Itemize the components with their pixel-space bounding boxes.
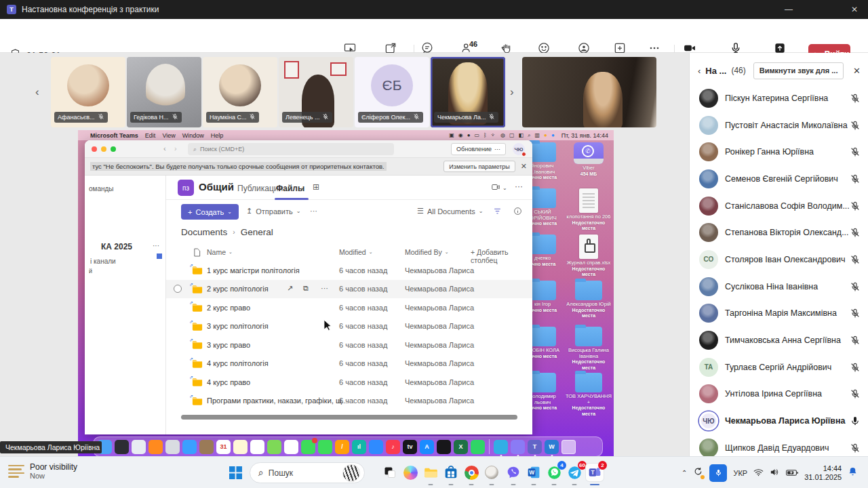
minimize-button[interactable]: — <box>775 0 802 19</box>
file-name[interactable]: Програми практики, накази, графіки, щ... <box>207 396 348 405</box>
teams-menubar-icon[interactable]: ▣ <box>449 132 454 138</box>
sync-icon[interactable] <box>693 466 703 479</box>
file-row-8[interactable]: ⇗ Програми практики, накази, графіки, щ.… <box>166 392 532 411</box>
panel-back-icon[interactable]: ‹ <box>698 66 701 76</box>
dock-notes-icon[interactable] <box>233 440 248 454</box>
file-name[interactable]: 4 курс політологія <box>207 359 269 367</box>
battery-icon[interactable] <box>786 467 798 479</box>
participant-row-11[interactable]: ТАТурлаєв Сергій Андрійович <box>690 354 868 381</box>
wifi-icon[interactable] <box>753 467 764 479</box>
channel-more-icon[interactable]: ··· <box>515 182 523 191</box>
desktop-icon-александров-юрій[interactable]: Александров ЮрійНедостаточно места <box>565 281 612 319</box>
dock-viber-icon[interactable] <box>511 440 525 454</box>
file-row-4[interactable]: ⇗ 3 курс політологія6 часов назад Чекмар… <box>166 317 532 336</box>
file-name[interactable]: 3 курс політологія <box>207 322 269 330</box>
commandbar-more-icon[interactable]: ··· <box>310 207 317 215</box>
taskbar-teams-icon[interactable]: T2 <box>586 464 604 481</box>
mic-off-icon[interactable] <box>850 201 861 211</box>
filmstrip-scroll-right-icon[interactable]: › <box>510 85 514 99</box>
mic-off-icon[interactable] <box>850 174 861 184</box>
participant-row-9[interactable]: Таргоніна Марія Максимівна <box>690 300 868 327</box>
dock-teams-icon[interactable]: T <box>528 440 542 454</box>
dot-blue-menubar-icon[interactable]: ● <box>551 132 555 138</box>
menu-window[interactable]: Window <box>182 132 204 139</box>
dock-mail-icon[interactable] <box>182 440 197 454</box>
file-name[interactable]: 4 курс право <box>207 378 250 386</box>
dock-photos-icon[interactable] <box>284 440 298 454</box>
battery-menubar-icon[interactable]: ▭ <box>475 132 480 138</box>
nav-back-icon[interactable]: ‹ <box>163 144 166 152</box>
dock-pencil-icon[interactable]: / <box>335 440 349 454</box>
participant-row-14[interactable]: Щипков Давід Едуардович <box>690 434 868 456</box>
camera-menubar-icon[interactable]: ◧ <box>518 132 524 138</box>
file-name[interactable]: 3 курс право <box>207 341 250 349</box>
start-button[interactable] <box>226 464 244 481</box>
create-button[interactable]: + Создать ⌄ <box>181 204 239 220</box>
window-menubar-icon[interactable]: ▢ <box>509 132 515 138</box>
notification-bell-icon[interactable] <box>848 466 858 479</box>
volume-icon[interactable] <box>770 467 780 479</box>
menu-edit[interactable]: Edit <box>145 132 156 139</box>
file-row-6[interactable]: ⇗ 4 курс політологія6 часов назад Чекмар… <box>166 354 532 373</box>
update-button[interactable]: Обновление ··· <box>451 143 506 155</box>
row-more-icon[interactable]: ··· <box>321 284 328 292</box>
mic-off-icon[interactable] <box>850 308 861 319</box>
taskbar-chrome-icon[interactable] <box>462 464 480 481</box>
dock-facetime-icon[interactable] <box>318 440 332 454</box>
column-name[interactable]: Name⌄ <box>207 248 233 256</box>
teams-search-box[interactable]: ⌕ Поиск (CMD+E) <box>188 143 394 155</box>
dot-menubar-icon[interactable]: ● <box>467 132 471 138</box>
video-tile-1[interactable]: Афанасьєв... <box>51 57 125 127</box>
desktop-icon-viber[interactable]: ✆Viber454 МБ <box>565 142 612 177</box>
dock-music-icon[interactable]: ♪ <box>386 440 400 454</box>
dock-keynote-icon[interactable] <box>369 440 383 454</box>
menubar-app-name[interactable]: Microsoft Teams <box>90 132 138 139</box>
dock-contacts-icon[interactable] <box>199 440 214 454</box>
filmstrip-scroll-left-icon[interactable]: ‹ <box>35 85 39 99</box>
taskbar-word-icon[interactable]: W <box>525 464 542 481</box>
desktop-icon-тов-харчування-[interactable]: ТОВ ХАРЧУВАННЯ +Недостаточно места <box>565 373 612 417</box>
mic-off-icon[interactable] <box>850 335 861 346</box>
display-menubar-icon[interactable]: ▥ <box>534 132 540 138</box>
taskbar-viber-icon[interactable] <box>505 464 522 481</box>
participant-row-10[interactable]: Тимчаковська Анна Сергіївна <box>690 327 868 354</box>
horizontal-scrollbar[interactable] <box>181 415 517 420</box>
mic-off-icon[interactable] <box>850 388 861 399</box>
file-name[interactable]: 2 курс політологія <box>207 285 269 293</box>
participant-row-1[interactable]: Піскун Катерина Сергіївна <box>690 85 868 112</box>
nav-forward-icon[interactable]: › <box>174 144 177 152</box>
video-tile-4[interactable]: Левенець ... <box>279 57 353 127</box>
video-tile-7[interactable] <box>522 57 656 127</box>
breadcrumb-documents[interactable]: Documents <box>181 227 227 237</box>
file-row-1[interactable]: ⇗ 1 курс магістри політологія6 часов наз… <box>166 261 532 280</box>
mic-off-icon[interactable] <box>850 146 861 157</box>
menubar-clock[interactable]: Пт, 31 янв. 14:44 <box>561 132 608 139</box>
dock-find-my-icon[interactable] <box>437 440 451 454</box>
dock-launchpad-icon[interactable] <box>165 440 180 454</box>
taskbar-whatsapp-icon[interactable]: 4 <box>545 464 563 481</box>
search-menubar-icon[interactable]: ⌕ <box>528 132 530 139</box>
menu-help[interactable]: Help <box>211 132 224 139</box>
file-name[interactable]: 2 курс право <box>207 304 250 312</box>
dock-maps-icon[interactable] <box>267 440 281 454</box>
panel-close-icon[interactable]: ✕ <box>853 66 861 76</box>
dock-apple-tv-icon[interactable]: tv <box>403 440 417 454</box>
dock-charts-icon[interactable]: ıl <box>352 440 366 454</box>
dock-safari-icon[interactable] <box>132 440 146 454</box>
video-tile-5[interactable]: ЄБЄліферов Олек... <box>355 57 429 127</box>
participant-row-3[interactable]: Ронікер Ганна Юріївна <box>690 138 868 165</box>
filter-icon[interactable] <box>493 207 502 216</box>
bluetooth-menubar-icon[interactable]: ᛒ <box>484 132 487 138</box>
column-modified[interactable]: Modified⌄ <box>339 248 373 256</box>
file-row-5[interactable]: ⇗ 3 курс право6 часов назад Чекмарьова Л… <box>166 336 532 354</box>
minimize-traffic-light[interactable] <box>101 146 106 152</box>
dock-calendar-icon[interactable]: 31 <box>216 440 231 454</box>
meet-camera-icon[interactable] <box>490 182 501 195</box>
taskbar-explorer-icon[interactable] <box>422 464 439 481</box>
mic-off-icon[interactable] <box>850 443 861 453</box>
team-more-icon[interactable]: ··· <box>153 242 159 249</box>
dock-trash-icon[interactable] <box>561 440 576 454</box>
participant-row-6[interactable]: Степанова Вікторія Олександ... <box>690 219 868 246</box>
participant-row-12[interactable]: Унтілова Ірина Сергіївна <box>690 381 868 408</box>
desktop-icon-висоцька-галина-ванівна[interactable]: Висоцька Галина ІванівнаНедостаточно мес… <box>565 327 612 371</box>
